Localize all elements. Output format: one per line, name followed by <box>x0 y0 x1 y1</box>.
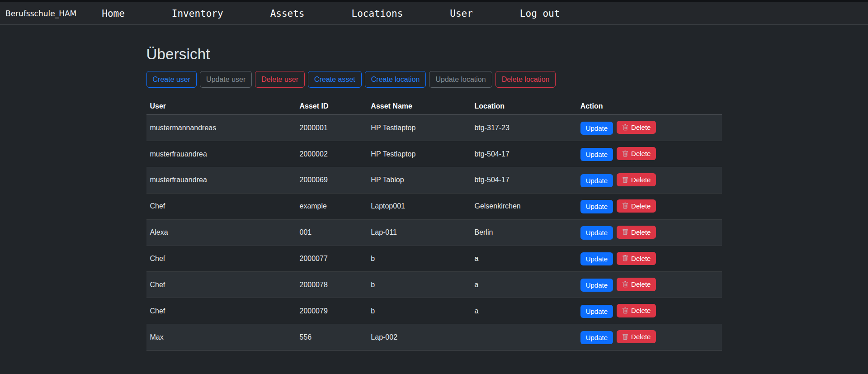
user-cell: Chef <box>146 298 296 324</box>
asset-name-cell: Lap-002 <box>367 324 471 350</box>
user-cell: Chef <box>146 272 296 298</box>
delete-button[interactable]: Delete <box>617 330 656 343</box>
location-cell: btg-317-23 <box>471 115 576 141</box>
asset-id-cell: example <box>296 193 367 219</box>
nav-item-logout[interactable]: Log out <box>520 8 560 19</box>
action-cell: UpdateDelete <box>577 193 722 219</box>
action-cell: UpdateDelete <box>577 219 722 246</box>
table-header-row: UserAsset IDAsset NameLocationAction <box>146 99 722 115</box>
column-header-action: Action <box>577 99 722 115</box>
delete-button-label: Delete <box>631 255 651 262</box>
user-cell: Alexa <box>146 219 296 246</box>
column-header-location: Location <box>471 99 576 115</box>
update-button[interactable]: Update <box>580 279 613 292</box>
delete-button[interactable]: Delete <box>617 252 656 265</box>
delete-button[interactable]: Delete <box>617 121 656 134</box>
asset-id-cell: 2000078 <box>296 272 367 298</box>
update-button[interactable]: Update <box>580 174 613 187</box>
create-user-button[interactable]: Create user <box>146 71 197 88</box>
trash-icon <box>622 334 628 340</box>
asset-name-cell: HP Testlaptop <box>367 141 471 167</box>
update-button[interactable]: Update <box>580 252 613 265</box>
delete-button[interactable]: Delete <box>617 173 656 186</box>
table-row: musterfrauandrea2000002HP Testlaptopbtg-… <box>146 141 722 167</box>
create-asset-button[interactable]: Create asset <box>308 71 362 88</box>
assets-table: UserAsset IDAsset NameLocationAction mus… <box>146 99 722 350</box>
action-cell: UpdateDelete <box>577 115 722 141</box>
nav-links: HomeInventoryAssetsLocationsUserLog out <box>102 8 560 19</box>
nav-item-assets[interactable]: Assets <box>270 8 305 19</box>
delete-button[interactable]: Delete <box>617 147 656 160</box>
nav-item-locations[interactable]: Locations <box>351 8 403 19</box>
asset-name-cell: Laptop001 <box>367 193 471 219</box>
update-button[interactable]: Update <box>580 122 613 135</box>
action-cell: UpdateDelete <box>577 141 722 167</box>
create-location-button[interactable]: Create location <box>365 71 426 88</box>
update-user-button[interactable]: Update user <box>200 71 252 88</box>
action-cell: UpdateDelete <box>577 246 722 272</box>
asset-id-cell: 001 <box>296 219 367 246</box>
navbar: Berufsschule_HAM HomeInventoryAssetsLoca… <box>0 2 868 25</box>
trash-icon <box>622 281 628 288</box>
table-row: musterfrauandrea2000069HP Tablopbtg-504-… <box>146 167 722 193</box>
action-toolbar: Create userUpdate userDelete userCreate … <box>146 71 722 88</box>
user-cell: Chef <box>146 246 296 272</box>
update-button[interactable]: Update <box>580 226 613 239</box>
delete-button-label: Delete <box>631 280 651 288</box>
delete-button-label: Delete <box>631 123 651 131</box>
action-cell: UpdateDelete <box>577 324 722 350</box>
column-header-assetid: Asset ID <box>296 99 367 115</box>
user-cell: mustermannandreas <box>146 115 296 141</box>
location-cell: btg-504-17 <box>471 141 576 167</box>
asset-name-cell: HP Tablop <box>367 167 471 193</box>
update-button[interactable]: Update <box>580 305 613 318</box>
delete-button-label: Delete <box>631 150 651 157</box>
delete-button-label: Delete <box>631 333 651 341</box>
update-location-button[interactable]: Update location <box>429 71 492 88</box>
navbar-brand[interactable]: Berufsschule_HAM <box>5 9 76 18</box>
delete-button-label: Delete <box>631 176 651 184</box>
delete-location-button[interactable]: Delete location <box>495 71 556 88</box>
trash-icon <box>622 308 628 314</box>
update-button[interactable]: Update <box>580 331 613 344</box>
delete-button-label: Delete <box>631 228 651 236</box>
user-cell: musterfrauandrea <box>146 167 296 193</box>
update-button[interactable]: Update <box>580 200 613 213</box>
trash-icon <box>622 151 628 157</box>
asset-name-cell: HP Testlaptop <box>367 115 471 141</box>
location-cell: a <box>471 298 576 324</box>
table-row: Chef2000077baUpdateDelete <box>146 246 722 272</box>
table-head: UserAsset IDAsset NameLocationAction <box>146 99 722 115</box>
column-header-assetname: Asset Name <box>367 99 471 115</box>
asset-id-cell: 2000069 <box>296 167 367 193</box>
action-cell: UpdateDelete <box>577 167 722 193</box>
delete-button[interactable]: Delete <box>617 278 656 291</box>
location-cell <box>471 324 576 350</box>
location-cell: Gelsenkirchen <box>471 193 576 219</box>
location-cell: Berlin <box>471 219 576 246</box>
asset-id-cell: 2000077 <box>296 246 367 272</box>
delete-button[interactable]: Delete <box>617 199 656 213</box>
action-cell: UpdateDelete <box>577 272 722 298</box>
trash-icon <box>622 255 628 261</box>
nav-item-user[interactable]: User <box>450 8 473 19</box>
user-cell: Max <box>146 324 296 350</box>
page-title: Übersicht <box>146 46 722 63</box>
action-cell: UpdateDelete <box>577 298 722 324</box>
nav-item-home[interactable]: Home <box>102 8 125 19</box>
asset-id-cell: 2000001 <box>296 115 367 141</box>
location-cell: btg-504-17 <box>471 167 576 193</box>
delete-button[interactable]: Delete <box>617 226 656 239</box>
table-row: Chef2000079baUpdateDelete <box>146 298 722 324</box>
nav-item-inventory[interactable]: Inventory <box>172 8 223 19</box>
delete-button[interactable]: Delete <box>617 304 656 317</box>
table-row: ChefexampleLaptop001GelsenkirchenUpdateD… <box>146 193 722 219</box>
delete-user-button[interactable]: Delete user <box>255 71 305 88</box>
asset-id-cell: 2000079 <box>296 298 367 324</box>
trash-icon <box>622 177 628 183</box>
table-row: Chef2000078baUpdateDelete <box>146 272 722 298</box>
main-content: Übersicht Create userUpdate userDelete u… <box>146 25 722 350</box>
update-button[interactable]: Update <box>580 148 613 161</box>
table-row: Alexa001Lap-011BerlinUpdateDelete <box>146 219 722 246</box>
location-cell: a <box>471 246 576 272</box>
